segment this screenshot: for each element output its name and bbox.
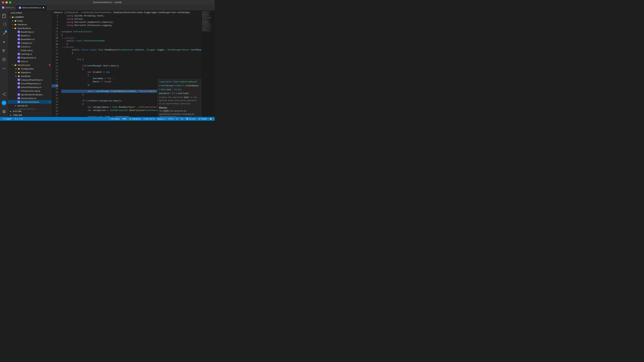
main-layout: 1 aws U EXPLORER bbox=[0, 10, 215, 117]
code-line-15: public static async Task SeedAsync(Store… bbox=[62, 48, 201, 51]
sidebar-item-basketitem[interactable]: C# BasketItem.cs bbox=[8, 37, 52, 41]
tab-storecontextseed[interactable]: C# StoreContextSeed.cs bbox=[17, 5, 46, 10]
activity-explorer[interactable] bbox=[0, 12, 8, 20]
activity-run[interactable] bbox=[0, 38, 8, 46]
user-label: User.cs bbox=[21, 60, 50, 63]
bell-icon: 🔔 bbox=[210, 118, 212, 120]
close-button[interactable] bbox=[2, 1, 4, 3]
sidebar-item-course[interactable]: C# Course.cs bbox=[8, 45, 52, 48]
specifications-arrow bbox=[12, 27, 14, 29]
sidebar-item-basket[interactable]: C# Basket.cs bbox=[8, 34, 52, 37]
sidebar-item-infra-csproj[interactable]: ⚙ Infrastructure.csproj bbox=[8, 89, 52, 93]
sidebar-item-entity-csproj[interactable]: ⚙ Entity.csproj bbox=[8, 48, 52, 52]
tabbar: C# Startup.cs C# StoreContextSeed.cs bbox=[0, 5, 215, 10]
traffic-lights[interactable] bbox=[2, 1, 11, 3]
maximize-button[interactable] bbox=[9, 1, 11, 3]
outline-header[interactable]: OUTLINE bbox=[8, 109, 52, 113]
sidebar-item-storecontextseed[interactable]: C# StoreContextSeed... 1 bbox=[8, 100, 52, 104]
activity-remote[interactable] bbox=[0, 55, 8, 63]
sidebar-content[interactable]: 📁 LEARNIFY 📁 Entity 📂 Interfaces 📂 Speci… bbox=[8, 15, 52, 109]
sidebar-item-category[interactable]: C# Category.cs bbox=[8, 41, 52, 45]
sidebar-item-categoryrepo[interactable]: C# CategoryRepository.cs bbox=[8, 78, 52, 82]
cs-file-icon: C# bbox=[18, 38, 20, 40]
courserepo-label: CourseRepository.cs bbox=[21, 82, 50, 85]
breadcrumb-method: SeedAsync(StoreContext context, ILogger … bbox=[113, 11, 190, 13]
sidebar-item-seeddata[interactable]: 📁 SeedData bbox=[8, 74, 52, 78]
sidebar-item-entity[interactable]: 📁 Entity bbox=[8, 19, 52, 23]
sidebar-item-interfaces[interactable]: 📂 Interfaces bbox=[8, 23, 52, 26]
status-spaces[interactable]: Spaces: 4 bbox=[156, 117, 167, 121]
sidebar-item-migrations[interactable]: 📁 Migrations bbox=[8, 70, 52, 74]
code-editor[interactable]: 6 7 8 9 10 11 12 13 14 15 16 17 18 19 20… bbox=[52, 14, 201, 117]
sidebar-item-user[interactable]: C# User.cs bbox=[8, 59, 52, 63]
sidebar-item-learning[interactable]: C# Learning.cs bbox=[8, 52, 52, 56]
code-line-22: var student = new bbox=[62, 70, 201, 74]
sidebar-item-learnify-sln[interactable]: ◆ learnify.sln bbox=[8, 104, 52, 107]
user-avatar[interactable]: U bbox=[2, 100, 6, 105]
editor[interactable]: xtSeed.cs › {} Infrastructure › ◇ Infras… bbox=[52, 10, 201, 117]
status-branch[interactable]: ⎇ master* bbox=[1, 117, 13, 121]
sidebar-item-requirement[interactable]: C# Requirement.cs bbox=[8, 56, 52, 59]
root-folder-icon: 📁 bbox=[12, 16, 14, 18]
status-line-ending[interactable]: LF bbox=[175, 117, 180, 121]
outline-section: OUTLINE bbox=[8, 109, 52, 113]
sidebar-item-courserepo[interactable]: C# CourseRepository.cs bbox=[8, 82, 52, 85]
status-aws[interactable]: AWS bbox=[121, 117, 128, 121]
titlebar: StoreContextSeed.cs — learnify bbox=[0, 0, 215, 5]
sidebar-item-genericrepo[interactable]: C# GenericRepository.cs bbox=[8, 85, 52, 89]
sln-icon: ◆ bbox=[14, 104, 17, 107]
activity-live-share[interactable] bbox=[0, 90, 8, 98]
basket-label: Basket.cs bbox=[21, 34, 50, 37]
activity-source-control[interactable]: 1 bbox=[0, 29, 8, 37]
activity-account[interactable]: U bbox=[0, 99, 8, 107]
timeline-header[interactable]: TIMELINE bbox=[8, 113, 52, 117]
status-position[interactable]: Ln 28, Col 73 bbox=[142, 117, 156, 121]
status-encoding[interactable]: UTF-8 bbox=[167, 117, 175, 121]
source-control-badge: 1 bbox=[5, 30, 7, 33]
status-encoding-label: UTF-8 bbox=[168, 118, 174, 120]
status-errors[interactable]: ✕ 2 ⚠ 0 bbox=[13, 117, 24, 121]
activity-extensions[interactable] bbox=[0, 47, 8, 55]
csproj-icon: ⚙ bbox=[18, 49, 20, 52]
sidebar-item-configuration[interactable]: 📁 Configuration bbox=[8, 67, 52, 70]
tab-storecontextseed-label: StoreContextSeed.cs bbox=[22, 6, 41, 9]
outline-label: OUTLINE bbox=[13, 110, 22, 112]
minimize-button[interactable] bbox=[6, 1, 8, 3]
status-language[interactable]: C# bbox=[180, 117, 185, 121]
baseentity-label: BaseEntity.cs bbox=[21, 31, 50, 33]
infrastructure-folder-icon: 📂 bbox=[14, 64, 17, 66]
tab-startup[interactable]: C# Startup.cs bbox=[0, 5, 17, 10]
cs-file-icon: C# bbox=[18, 60, 20, 63]
status-prettier[interactable]: ✨ Prettier bbox=[197, 117, 208, 121]
activity-settings[interactable] bbox=[0, 108, 8, 116]
tab-startup-label: Startup.cs bbox=[5, 6, 14, 9]
status-live-share-label: Live Share bbox=[111, 118, 120, 120]
cs-file-icon: C# bbox=[18, 53, 20, 55]
cs-file-icon: C# bbox=[18, 30, 20, 33]
tooltip-signature-line1: (awaitable) Task<IdentityResult> UserMan… bbox=[159, 80, 200, 91]
sidebar-item-storecontext[interactable]: C# StoreContext.cs bbox=[8, 96, 52, 100]
status-solution[interactable]: ⚡ learnify.sln bbox=[128, 117, 142, 121]
storecontext-label: StoreContext.cs bbox=[21, 97, 50, 99]
status-go-live[interactable]: 📡 Go Live bbox=[185, 117, 197, 121]
status-live-share[interactable]: ↗ Live Share bbox=[107, 117, 121, 121]
cs-file-icon: C# bbox=[18, 93, 20, 96]
code-content[interactable]: using System.Threading.Tasks; using Enti… bbox=[60, 14, 201, 117]
sidebar-item-specifications[interactable]: 📂 Specifications bbox=[8, 26, 52, 30]
infrastructure-label: Infrastructure bbox=[18, 64, 49, 66]
sidebar-item-baseentity[interactable]: C# BaseEntity.cs bbox=[8, 30, 52, 34]
entity-label: Entity bbox=[18, 19, 50, 22]
sidebar-header: EXPLORER bbox=[8, 10, 52, 15]
categoryrepo-label: CategoryRepository.cs bbox=[21, 79, 50, 81]
sidebar-item-speceval[interactable]: C# SpecificationEvaluator... bbox=[8, 93, 52, 96]
status-bell[interactable]: 🔔 bbox=[208, 117, 213, 121]
sidebar-item-infrastructure[interactable]: 📂 Infrastructure bbox=[8, 63, 52, 67]
activity-search[interactable] bbox=[0, 21, 8, 29]
activity-aws[interactable]: aws bbox=[0, 64, 8, 72]
code-line-16: { bbox=[62, 51, 201, 55]
timeline-label: TIMELINE bbox=[13, 114, 22, 116]
sidebar-item-package-lock[interactable]: { } package-lock.json bbox=[8, 107, 52, 109]
breadcrumb[interactable]: xtSeed.cs › {} Infrastructure › ◇ Infras… bbox=[52, 10, 201, 14]
sidebar-root[interactable]: 📁 LEARNIFY bbox=[8, 15, 52, 19]
cs-file-icon: C# bbox=[18, 78, 20, 81]
